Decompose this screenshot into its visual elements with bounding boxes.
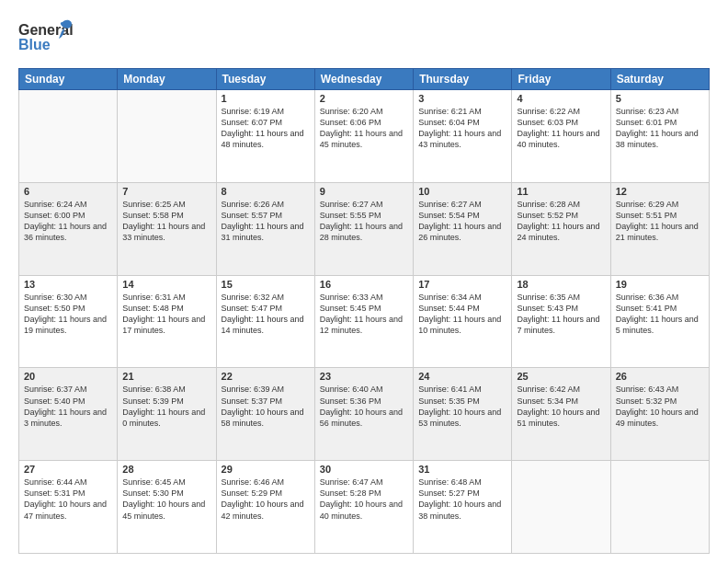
calendar-cell: 5Sunrise: 6:23 AM Sunset: 6:01 PM Daylig… [610,90,709,183]
day-number: 29 [222,464,310,475]
day-number: 16 [320,279,408,290]
calendar-cell: 19Sunrise: 6:36 AM Sunset: 5:41 PM Dayli… [610,275,709,368]
calendar-cell: 22Sunrise: 6:39 AM Sunset: 5:37 PM Dayli… [216,368,314,461]
calendar-header-row: SundayMondayTuesdayWednesdayThursdayFrid… [19,69,710,90]
calendar-cell: 12Sunrise: 6:29 AM Sunset: 5:51 PM Dayli… [610,182,709,275]
calendar-cell: 13Sunrise: 6:30 AM Sunset: 5:50 PM Dayli… [19,275,118,368]
day-info: Sunrise: 6:25 AM Sunset: 5:58 PM Dayligh… [122,199,210,244]
day-info: Sunrise: 6:35 AM Sunset: 5:43 PM Dayligh… [517,292,605,337]
calendar-cell: 2Sunrise: 6:20 AM Sunset: 6:06 PM Daylig… [314,90,413,183]
day-number: 18 [517,279,605,290]
calendar-table: SundayMondayTuesdayWednesdayThursdayFrid… [18,68,710,554]
day-info: Sunrise: 6:46 AM Sunset: 5:29 PM Dayligh… [222,477,310,522]
calendar-week-row: 13Sunrise: 6:30 AM Sunset: 5:50 PM Dayli… [19,275,710,368]
day-number: 27 [24,464,112,475]
calendar-cell: 30Sunrise: 6:47 AM Sunset: 5:28 PM Dayli… [314,461,413,554]
day-info: Sunrise: 6:38 AM Sunset: 5:39 PM Dayligh… [122,384,210,429]
day-number: 20 [24,371,112,382]
day-info: Sunrise: 6:26 AM Sunset: 5:57 PM Dayligh… [222,199,310,244]
day-info: Sunrise: 6:40 AM Sunset: 5:36 PM Dayligh… [320,384,408,429]
calendar-week-row: 6Sunrise: 6:24 AM Sunset: 6:00 PM Daylig… [19,182,710,275]
calendar-day-header: Saturday [610,69,709,90]
calendar-cell: 17Sunrise: 6:34 AM Sunset: 5:44 PM Dayli… [414,275,512,368]
day-number: 1 [222,93,310,104]
day-number: 13 [24,279,112,290]
calendar-cell: 11Sunrise: 6:28 AM Sunset: 5:52 PM Dayli… [512,182,610,275]
day-number: 15 [222,279,310,290]
day-number: 4 [517,93,605,104]
calendar-week-row: 1Sunrise: 6:19 AM Sunset: 6:07 PM Daylig… [19,90,710,183]
calendar-day-header: Sunday [19,69,118,90]
calendar-cell: 15Sunrise: 6:32 AM Sunset: 5:47 PM Dayli… [216,275,314,368]
calendar-cell: 25Sunrise: 6:42 AM Sunset: 5:34 PM Dayli… [512,368,610,461]
day-info: Sunrise: 6:19 AM Sunset: 6:07 PM Dayligh… [222,106,310,151]
svg-text:Blue: Blue [18,37,51,52]
calendar-cell: 16Sunrise: 6:33 AM Sunset: 5:45 PM Dayli… [314,275,413,368]
day-info: Sunrise: 6:36 AM Sunset: 5:41 PM Dayligh… [616,292,704,337]
calendar-cell [610,461,709,554]
day-number: 8 [222,186,310,197]
calendar-cell: 31Sunrise: 6:48 AM Sunset: 5:27 PM Dayli… [414,461,512,554]
calendar-cell: 29Sunrise: 6:46 AM Sunset: 5:29 PM Dayli… [216,461,314,554]
calendar-day-header: Wednesday [314,69,413,90]
day-number: 6 [24,186,112,197]
day-info: Sunrise: 6:22 AM Sunset: 6:03 PM Dayligh… [517,106,605,151]
logo: General Blue [18,15,75,59]
calendar-cell: 21Sunrise: 6:38 AM Sunset: 5:39 PM Dayli… [118,368,216,461]
day-info: Sunrise: 6:34 AM Sunset: 5:44 PM Dayligh… [418,292,506,337]
day-info: Sunrise: 6:30 AM Sunset: 5:50 PM Dayligh… [24,292,112,337]
day-info: Sunrise: 6:23 AM Sunset: 6:01 PM Dayligh… [616,106,704,151]
day-info: Sunrise: 6:31 AM Sunset: 5:48 PM Dayligh… [122,292,210,337]
day-info: Sunrise: 6:41 AM Sunset: 5:35 PM Dayligh… [418,384,506,429]
day-number: 9 [320,186,408,197]
day-info: Sunrise: 6:45 AM Sunset: 5:30 PM Dayligh… [122,477,210,522]
calendar-cell: 6Sunrise: 6:24 AM Sunset: 6:00 PM Daylig… [19,182,118,275]
calendar-cell: 26Sunrise: 6:43 AM Sunset: 5:32 PM Dayli… [610,368,709,461]
calendar-week-row: 27Sunrise: 6:44 AM Sunset: 5:31 PM Dayli… [19,461,710,554]
day-info: Sunrise: 6:29 AM Sunset: 5:51 PM Dayligh… [616,199,704,244]
day-number: 31 [418,464,506,475]
calendar-cell: 4Sunrise: 6:22 AM Sunset: 6:03 PM Daylig… [512,90,610,183]
day-number: 7 [122,186,210,197]
day-number: 11 [517,186,605,197]
calendar-body: 1Sunrise: 6:19 AM Sunset: 6:07 PM Daylig… [19,90,710,554]
day-number: 26 [616,371,704,382]
day-number: 21 [122,371,210,382]
calendar-cell: 1Sunrise: 6:19 AM Sunset: 6:07 PM Daylig… [216,90,314,183]
day-number: 19 [616,279,704,290]
calendar-cell: 28Sunrise: 6:45 AM Sunset: 5:30 PM Dayli… [118,461,216,554]
calendar-cell: 8Sunrise: 6:26 AM Sunset: 5:57 PM Daylig… [216,182,314,275]
day-number: 10 [418,186,506,197]
calendar-cell: 14Sunrise: 6:31 AM Sunset: 5:48 PM Dayli… [118,275,216,368]
day-number: 12 [616,186,704,197]
calendar-day-header: Thursday [414,69,512,90]
day-info: Sunrise: 6:47 AM Sunset: 5:28 PM Dayligh… [320,477,408,522]
logo-icon: General Blue [18,15,74,59]
day-info: Sunrise: 6:28 AM Sunset: 5:52 PM Dayligh… [517,199,605,244]
day-info: Sunrise: 6:32 AM Sunset: 5:47 PM Dayligh… [222,292,310,337]
day-number: 5 [616,93,704,104]
day-number: 25 [517,371,605,382]
calendar-cell: 7Sunrise: 6:25 AM Sunset: 5:58 PM Daylig… [118,182,216,275]
day-info: Sunrise: 6:37 AM Sunset: 5:40 PM Dayligh… [24,384,112,429]
day-number: 30 [320,464,408,475]
page-header: General Blue [18,15,710,59]
calendar-cell [118,90,216,183]
day-number: 23 [320,371,408,382]
day-info: Sunrise: 6:24 AM Sunset: 6:00 PM Dayligh… [24,199,112,244]
day-info: Sunrise: 6:27 AM Sunset: 5:55 PM Dayligh… [320,199,408,244]
calendar-cell: 27Sunrise: 6:44 AM Sunset: 5:31 PM Dayli… [19,461,118,554]
day-number: 24 [418,371,506,382]
day-info: Sunrise: 6:39 AM Sunset: 5:37 PM Dayligh… [222,384,310,429]
day-number: 14 [122,279,210,290]
calendar-day-header: Tuesday [216,69,314,90]
day-number: 17 [418,279,506,290]
calendar-cell: 20Sunrise: 6:37 AM Sunset: 5:40 PM Dayli… [19,368,118,461]
day-info: Sunrise: 6:20 AM Sunset: 6:06 PM Dayligh… [320,106,408,151]
day-info: Sunrise: 6:21 AM Sunset: 6:04 PM Dayligh… [418,106,506,151]
day-info: Sunrise: 6:43 AM Sunset: 5:32 PM Dayligh… [616,384,704,429]
calendar-week-row: 20Sunrise: 6:37 AM Sunset: 5:40 PM Dayli… [19,368,710,461]
calendar-cell: 3Sunrise: 6:21 AM Sunset: 6:04 PM Daylig… [414,90,512,183]
calendar-day-header: Monday [118,69,216,90]
day-info: Sunrise: 6:42 AM Sunset: 5:34 PM Dayligh… [517,384,605,429]
